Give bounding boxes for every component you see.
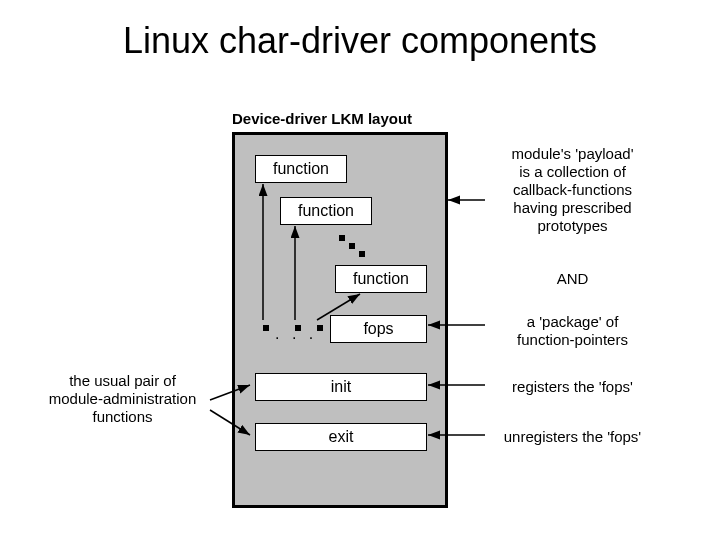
page-title: Linux char-driver components [0,20,720,62]
init-note: registers the 'fops' [485,378,660,396]
fops-ellipsis: . . . [275,325,317,343]
and-note: AND [485,270,660,288]
admin-note: the usual pair ofmodule-administrationfu… [30,372,215,426]
function-box-1: function [255,155,347,183]
fops-pointer-dot [317,325,323,331]
exit-box: exit [255,423,427,451]
diagonal-dot [359,251,365,257]
function-box-2: function [280,197,372,225]
fops-box: fops [330,315,427,343]
function-box-3: function [335,265,427,293]
lkm-caption: Device-driver LKM layout [232,110,412,127]
init-box: init [255,373,427,401]
package-note: a 'package' offunction-pointers [485,313,660,349]
lkm-container: function function function fops . . . in… [232,132,448,508]
fops-pointer-dot [263,325,269,331]
payload-note: module's 'payload'is a collection ofcall… [485,145,660,235]
diagonal-dot [349,243,355,249]
diagonal-dot [339,235,345,241]
exit-note: unregisters the 'fops' [485,428,660,446]
